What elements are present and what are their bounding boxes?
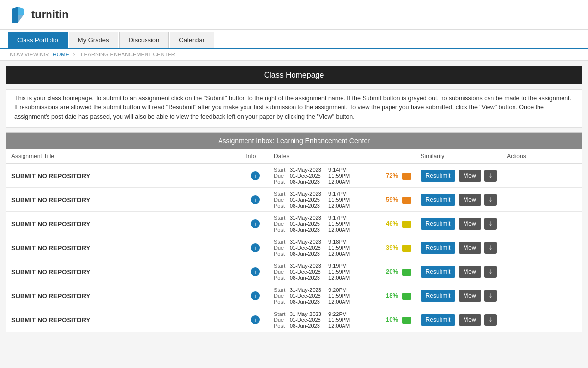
download-button[interactable]: ⇓ <box>484 314 497 326</box>
similarity-bar <box>402 197 411 204</box>
header: turnitin <box>0 0 588 30</box>
assignment-inbox: Assignment Inbox: Learning Enhancement C… <box>6 132 582 332</box>
turnitin-logo-icon <box>8 5 27 25</box>
resubmit-button[interactable]: Resubmit <box>421 242 456 254</box>
view-button[interactable]: View <box>459 170 481 182</box>
dates-cell: Start31-May-20239:17PM Due01-Jan-202511:… <box>269 188 381 212</box>
page-title: Class Homepage <box>6 66 582 84</box>
view-button[interactable]: View <box>459 290 481 302</box>
assignment-title: SUBMIT NO REPOSITORY <box>11 244 90 252</box>
nav-tabs: Class Portfolio My Grades Discussion Cal… <box>0 30 588 49</box>
view-button[interactable]: View <box>459 266 481 278</box>
resubmit-button[interactable]: Resubmit <box>421 314 456 326</box>
assignment-title-cell: SUBMIT NO REPOSITORY <box>6 164 242 188</box>
similarity-percent: 20% <box>386 268 398 275</box>
assignment-title-cell: SUBMIT NO REPOSITORY <box>6 236 242 260</box>
info-icon[interactable]: i <box>251 291 260 300</box>
col-header-actions: Actions <box>502 149 582 164</box>
assignment-title: SUBMIT NO REPOSITORY <box>11 172 90 180</box>
actions-cell: Resubmit View ⇓ <box>416 284 502 308</box>
assignment-title-cell: SUBMIT NO REPOSITORY <box>6 212 242 236</box>
similarity-bar <box>402 245 411 252</box>
breadcrumb-current: LEARNING ENHANCEMENT CENTER <box>81 52 175 57</box>
download-button[interactable]: ⇓ <box>484 194 497 206</box>
table-row: SUBMIT NO REPOSITORY i Start31-May-20239… <box>6 308 582 332</box>
dates-cell: Start31-May-20239:20PM Due01-Dec-202811:… <box>269 284 381 308</box>
actions-cell: Resubmit View ⇓ <box>416 236 502 260</box>
resubmit-button[interactable]: Resubmit <box>421 194 456 206</box>
similarity-cell: 20% <box>381 260 416 284</box>
assignment-title: SUBMIT NO REPOSITORY <box>11 268 90 276</box>
view-button[interactable]: View <box>459 218 481 230</box>
breadcrumb-separator: > <box>73 52 75 57</box>
table-row: SUBMIT NO REPOSITORY i Start31-May-20239… <box>6 260 582 284</box>
info-icon[interactable]: i <box>251 315 260 324</box>
similarity-bar <box>402 317 411 324</box>
tab-my-grades[interactable]: My Grades <box>69 32 119 48</box>
download-button[interactable]: ⇓ <box>484 242 497 254</box>
info-icon[interactable]: i <box>251 219 260 228</box>
dates-cell: Start31-May-20239:22PM Due01-Dec-202811:… <box>269 308 381 332</box>
info-cell: i <box>242 212 270 236</box>
inbox-title: Assignment Inbox: Learning Enhancement C… <box>6 133 582 149</box>
table-row: SUBMIT NO REPOSITORY i Start31-May-20239… <box>6 164 582 188</box>
download-button[interactable]: ⇓ <box>484 170 497 182</box>
col-header-title: Assignment Title <box>6 149 242 164</box>
actions-cell: Resubmit View ⇓ <box>416 308 502 332</box>
info-cell: i <box>242 260 270 284</box>
table-row: SUBMIT NO REPOSITORY i Start31-May-20239… <box>6 236 582 260</box>
assignment-title: SUBMIT NO REPOSITORY <box>11 220 90 228</box>
info-cell: i <box>242 308 270 332</box>
info-icon[interactable]: i <box>251 243 260 252</box>
col-header-dates: Dates <box>269 149 381 164</box>
download-button[interactable]: ⇓ <box>484 218 497 230</box>
download-button[interactable]: ⇓ <box>484 290 497 302</box>
similarity-percent: 59% <box>386 196 398 203</box>
similarity-percent: 46% <box>386 220 398 227</box>
info-cell: i <box>242 284 270 308</box>
tab-class-portfolio[interactable]: Class Portfolio <box>8 32 68 48</box>
info-cell: i <box>242 164 270 188</box>
table-row: SUBMIT NO REPOSITORY i Start31-May-20239… <box>6 284 582 308</box>
tab-discussion[interactable]: Discussion <box>119 32 169 48</box>
similarity-cell: 18% <box>381 284 416 308</box>
resubmit-button[interactable]: Resubmit <box>421 266 456 278</box>
similarity-bar <box>402 173 411 180</box>
actions-cell: Resubmit View ⇓ <box>416 260 502 284</box>
info-icon[interactable]: i <box>251 195 260 204</box>
assignment-title-cell: SUBMIT NO REPOSITORY <box>6 284 242 308</box>
description-text: This is your class homepage. To submit t… <box>6 89 582 128</box>
dates-cell: Start31-May-20239:17PM Due01-Jan-202511:… <box>269 212 381 236</box>
view-button[interactable]: View <box>459 314 481 326</box>
info-icon[interactable]: i <box>251 171 260 180</box>
download-button[interactable]: ⇓ <box>484 266 497 278</box>
resubmit-button[interactable]: Resubmit <box>421 170 456 182</box>
breadcrumb-home[interactable]: HOME <box>53 52 69 57</box>
assignment-title-cell: SUBMIT NO REPOSITORY <box>6 188 242 212</box>
assignment-title-cell: SUBMIT NO REPOSITORY <box>6 260 242 284</box>
similarity-cell: 10% <box>381 308 416 332</box>
similarity-cell: 46% <box>381 212 416 236</box>
similarity-percent: 72% <box>386 172 398 179</box>
assignment-title: SUBMIT NO REPOSITORY <box>11 196 90 204</box>
info-cell: i <box>242 236 270 260</box>
tab-calendar[interactable]: Calendar <box>170 32 214 48</box>
resubmit-button[interactable]: Resubmit <box>421 290 456 302</box>
similarity-percent: 10% <box>386 316 398 323</box>
similarity-bar <box>402 293 411 300</box>
dates-cell: Start31-May-20239:18PM Due01-Dec-202811:… <box>269 236 381 260</box>
info-icon[interactable]: i <box>251 267 260 276</box>
col-header-spacer <box>381 149 416 164</box>
actions-cell: Resubmit View ⇓ <box>416 188 502 212</box>
dates-cell: Start31-May-20239:14PM Due01-Dec-202511:… <box>269 164 381 188</box>
similarity-cell: 39% <box>381 236 416 260</box>
resubmit-button[interactable]: Resubmit <box>421 218 456 230</box>
view-button[interactable]: View <box>459 194 481 206</box>
similarity-cell: 59% <box>381 188 416 212</box>
table-row: SUBMIT NO REPOSITORY i Start31-May-20239… <box>6 212 582 236</box>
breadcrumb: NOW VIEWING: HOME > LEARNING ENHANCEMENT… <box>0 49 588 61</box>
assignment-title-cell: SUBMIT NO REPOSITORY <box>6 308 242 332</box>
view-button[interactable]: View <box>459 242 481 254</box>
assignment-title: SUBMIT NO REPOSITORY <box>11 292 90 300</box>
assignment-title: SUBMIT NO REPOSITORY <box>11 316 90 324</box>
